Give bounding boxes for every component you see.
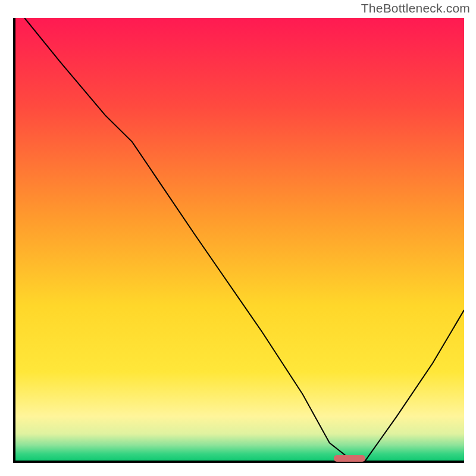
bottleneck-curve: [15, 18, 464, 461]
watermark-text: TheBottleneck.com: [361, 1, 470, 15]
optimal-marker: [334, 455, 365, 462]
chart-frame: TheBottleneck.com: [0, 0, 476, 476]
plot-area: [13, 18, 464, 463]
